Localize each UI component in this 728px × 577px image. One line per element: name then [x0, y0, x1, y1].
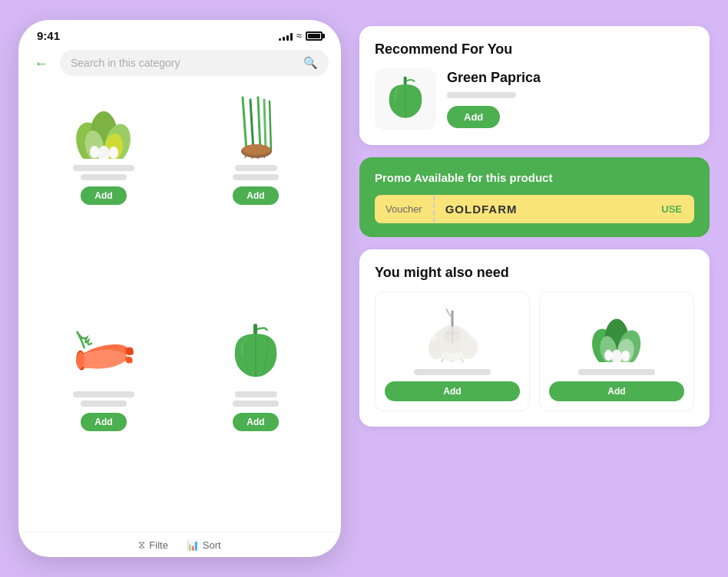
suggestions-grid: Add: [375, 292, 694, 411]
carrot-svg: [65, 324, 142, 381]
add-button-1[interactable]: Add: [81, 186, 126, 205]
recommend-title: Recommend For You: [375, 41, 694, 58]
svg-line-9: [250, 100, 253, 151]
filter-button[interactable]: ⧖ Filte: [138, 539, 168, 551]
green-onion-svg: [220, 94, 293, 159]
suggestion-bok-choy-svg: [584, 302, 650, 362]
filter-label: Filte: [149, 539, 168, 551]
back-icon: ←: [34, 54, 49, 72]
bok-choy-svg: [68, 94, 141, 159]
product-name-bar-4: [235, 391, 277, 397]
product-name-bar-3: [73, 391, 134, 397]
suggestion-add-button-2[interactable]: Add: [549, 381, 684, 401]
wifi-icon: ≈: [296, 30, 302, 41]
recommend-card: Recommend For You Green Paprica Add: [359, 26, 710, 145]
signal-bars-icon: [279, 31, 293, 41]
product-sub-bar-1: [81, 174, 127, 180]
svg-point-6: [90, 146, 99, 158]
status-bar: 9:41 ≈: [18, 20, 341, 47]
product-grid: Add: [18, 85, 341, 532]
sort-icon: 📊: [187, 539, 199, 551]
search-placeholder: Search in this category: [71, 57, 180, 69]
product-sub-bar-2: [233, 174, 279, 180]
suggestion-card-2: Add: [539, 292, 694, 411]
recommend-row: Green Paprica Add: [375, 68, 694, 130]
voucher-row: Voucher GOLDFARM USE: [375, 195, 694, 223]
right-panel: Recommend For You Green Paprica Add: [359, 20, 710, 427]
product-name-bar-1: [73, 165, 134, 171]
search-input[interactable]: Search in this category 🔍: [60, 50, 329, 76]
suggestions-card: You might also need: [359, 249, 710, 427]
recommend-pepper-svg: [379, 72, 432, 126]
suggestion-image-2: [582, 302, 651, 363]
suggestion-price-bar-1: [414, 369, 491, 375]
product-image-3: [65, 318, 142, 387]
svg-line-10: [258, 97, 260, 151]
suggestion-add-button-1[interactable]: Add: [385, 381, 520, 401]
search-bar: ← Search in this category 🔍: [31, 50, 329, 76]
bell-pepper-svg: [221, 320, 290, 385]
svg-point-14: [243, 144, 270, 155]
voucher-label: Voucher: [375, 196, 435, 223]
status-time: 9:41: [37, 29, 60, 42]
product-image-4: [217, 318, 294, 387]
recommend-product-image: [375, 68, 436, 130]
bottom-bar: ⧖ Filte 📊 Sort: [18, 532, 341, 557]
svg-rect-24: [404, 77, 407, 85]
product-card-4: Add: [183, 312, 329, 532]
filter-icon: ⧖: [138, 539, 145, 551]
status-icons: ≈: [279, 30, 323, 41]
suggestion-price-bar-2: [578, 369, 655, 375]
recommend-product-name: Green Paprica: [447, 70, 694, 86]
suggestions-title: You might also need: [375, 265, 694, 281]
svg-point-37: [604, 350, 612, 361]
svg-point-38: [621, 351, 630, 361]
voucher-use-button[interactable]: USE: [649, 196, 694, 223]
add-button-2[interactable]: Add: [233, 186, 278, 205]
product-card-3: Add: [31, 312, 177, 532]
sort-label: Sort: [203, 539, 221, 551]
battery-icon: [306, 31, 323, 41]
main-container: 9:41 ≈ ← Search in this category: [18, 20, 710, 557]
suggestion-card-1: Add: [375, 292, 530, 411]
product-card-2: Add: [183, 85, 329, 305]
recommend-add-button[interactable]: Add: [447, 106, 500, 128]
search-icon: 🔍: [303, 56, 318, 70]
svg-line-12: [270, 101, 271, 151]
product-image-2: [217, 91, 294, 160]
garlic-svg: [420, 302, 485, 362]
back-button[interactable]: ←: [31, 52, 52, 74]
product-name-bar-2: [235, 165, 277, 171]
voucher-code: GOLDFARM: [435, 195, 650, 223]
svg-point-7: [109, 147, 118, 159]
product-sub-bar-3: [81, 401, 127, 407]
sort-button[interactable]: 📊 Sort: [187, 539, 221, 551]
recommend-info: Green Paprica Add: [447, 70, 694, 128]
add-button-4[interactable]: Add: [233, 413, 278, 431]
promo-title: Promo Available for this product: [375, 171, 694, 184]
svg-rect-23: [253, 324, 257, 335]
promo-card: Promo Available for this product Voucher…: [359, 157, 710, 237]
product-card-1: Add: [31, 85, 177, 305]
suggestion-image-1: [418, 302, 487, 363]
product-sub-bar-4: [233, 401, 279, 407]
add-button-3[interactable]: Add: [81, 413, 126, 431]
svg-line-8: [243, 97, 247, 151]
svg-line-11: [264, 100, 266, 151]
phone-mockup: 9:41 ≈ ← Search in this category: [18, 20, 341, 557]
recommend-price-bar: [447, 92, 516, 98]
product-image-1: [65, 91, 142, 160]
